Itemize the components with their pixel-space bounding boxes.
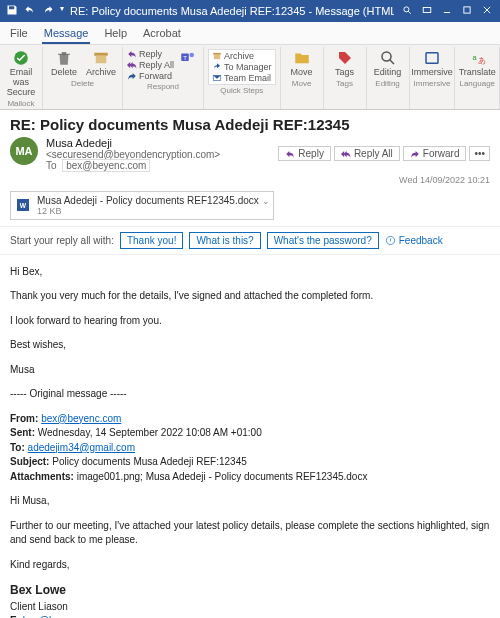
feedback-link[interactable]: Feedback xyxy=(385,235,443,246)
svg-text:あ: あ xyxy=(478,56,486,65)
ribbon: Email was Secure Mailock Delete Archive … xyxy=(0,45,500,110)
message-subject: RE: Policy documents Musa Adedeji REF:12… xyxy=(0,110,500,135)
forward-button[interactable]: Forward xyxy=(127,71,174,81)
orig-to-link[interactable]: adedejim34@gmail.com xyxy=(28,442,135,453)
message-header: Musa Adedeji <securesend@beyondencryptio… xyxy=(46,137,270,171)
svg-rect-10 xyxy=(214,55,220,59)
header-reply-all-button[interactable]: Reply All xyxy=(334,146,400,161)
mailock-button[interactable]: Email was Secure xyxy=(4,49,38,98)
suggested-replies-bar: Start your reply all with: Thank you! Wh… xyxy=(0,226,500,255)
signature-role: Client Liason xyxy=(10,600,490,615)
tab-acrobat[interactable]: Acrobat xyxy=(141,24,183,44)
ribbon-display-icon[interactable] xyxy=(422,5,432,17)
save-icon[interactable] xyxy=(6,4,18,18)
tab-file[interactable]: File xyxy=(8,24,30,44)
search-icon[interactable] xyxy=(402,5,412,17)
suggested-reply-2[interactable]: What is this? xyxy=(189,232,260,249)
window-titlebar: ▾ RE: Policy documents Musa Adedeji REF:… xyxy=(0,0,500,22)
minimize-icon[interactable] xyxy=(442,5,452,17)
attachment-chip[interactable]: W Musa Adedeji - Policy documents REF123… xyxy=(10,191,274,220)
suggested-reply-3[interactable]: What's the password? xyxy=(267,232,379,249)
word-doc-icon: W xyxy=(15,197,31,213)
svg-text:a: a xyxy=(473,53,478,62)
svg-rect-2 xyxy=(464,7,470,13)
svg-rect-9 xyxy=(213,53,221,55)
share-teams-button[interactable]: T xyxy=(177,49,199,67)
archive-button[interactable]: Archive xyxy=(84,49,118,78)
qat-more-icon[interactable]: ▾ xyxy=(60,4,64,18)
immersive-button[interactable]: Immersive xyxy=(415,49,449,78)
sender-name: Musa Adedeji xyxy=(46,137,112,149)
svg-rect-1 xyxy=(423,8,431,13)
signature-name: Bex Lowe xyxy=(10,582,490,599)
qs-team-email[interactable]: Team Email xyxy=(212,73,272,83)
message-timestamp: Wed 14/09/2022 10:21 xyxy=(0,175,500,189)
sender-avatar[interactable]: MA xyxy=(10,137,38,165)
editing-button[interactable]: Editing xyxy=(371,49,405,78)
svg-point-8 xyxy=(190,53,195,58)
header-more-button[interactable]: ••• xyxy=(469,146,490,161)
qs-to-manager[interactable]: To Manager xyxy=(212,62,272,72)
svg-point-0 xyxy=(404,7,409,12)
tags-button[interactable]: Tags xyxy=(328,49,362,78)
orig-from-link[interactable]: bex@beyenc.com xyxy=(41,413,121,424)
window-title: RE: Policy documents Musa Adedeji REF:12… xyxy=(70,5,394,17)
header-reply-button[interactable]: Reply xyxy=(278,146,331,161)
close-icon[interactable] xyxy=(482,5,492,17)
undo-icon[interactable] xyxy=(24,4,36,18)
svg-rect-13 xyxy=(426,53,438,64)
attachment-name: Musa Adedeji - Policy documents REF12345… xyxy=(37,195,259,206)
qs-archive[interactable]: Archive xyxy=(212,51,272,61)
reply-all-button[interactable]: Reply All xyxy=(127,60,174,70)
header-forward-button[interactable]: Forward xyxy=(403,146,467,161)
recipient-chip[interactable]: bex@beyenc.com xyxy=(62,159,150,172)
attachment-size: 12 KB xyxy=(37,206,259,216)
svg-text:W: W xyxy=(20,202,27,209)
tab-help[interactable]: Help xyxy=(102,24,129,44)
reply-button[interactable]: Reply xyxy=(127,49,174,59)
translate-button[interactable]: aあTranslate xyxy=(460,49,494,78)
svg-text:T: T xyxy=(183,55,187,61)
chevron-down-icon[interactable]: ⌄ xyxy=(262,196,270,206)
move-button[interactable]: Move xyxy=(285,49,319,78)
ribbon-tabs: File Message Help Acrobat xyxy=(0,22,500,45)
svg-rect-5 xyxy=(96,56,107,64)
redo-icon[interactable] xyxy=(42,4,54,18)
tab-message[interactable]: Message xyxy=(42,24,91,44)
delete-button[interactable]: Delete xyxy=(47,49,81,78)
maximize-icon[interactable] xyxy=(462,5,472,17)
svg-rect-4 xyxy=(94,53,108,56)
suggested-reply-1[interactable]: Thank you! xyxy=(120,232,183,249)
message-body: Hi Bex, Thank you very much for the deta… xyxy=(0,255,500,618)
